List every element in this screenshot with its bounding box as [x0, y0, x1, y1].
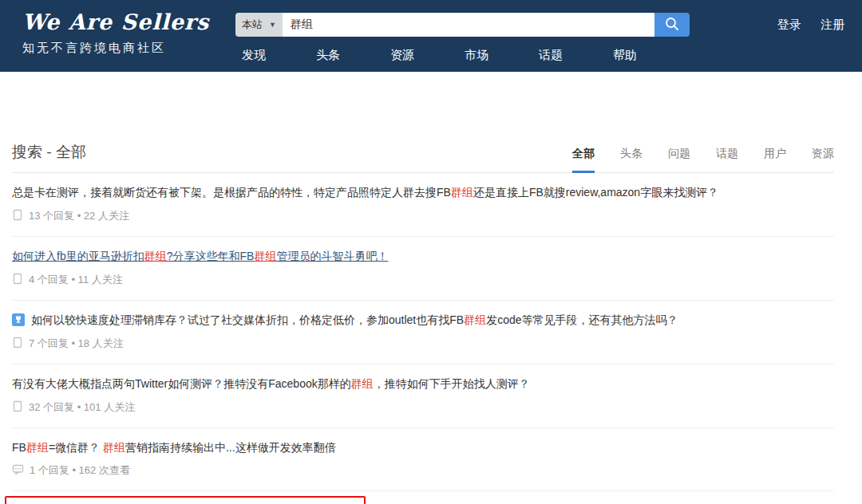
highlighted-keyword: 群组 — [103, 441, 125, 454]
result-title-line: 有没有大佬大概指点两句Twitter如何测评？推特没有Facebook那样的群组… — [12, 376, 834, 392]
search-results-page: 搜索 - 全部 全部 头条 问题 话题 用户 资源 总是卡在测评，接着就断货还有… — [12, 142, 834, 504]
search-button[interactable] — [654, 13, 690, 37]
tab-resources[interactable]: 资源 — [812, 147, 834, 173]
search-scope-value: 本站 — [242, 18, 263, 32]
document-icon — [12, 337, 23, 351]
highlighted-keyword: 群组 — [26, 441, 49, 454]
result-meta-text: 32 个回复 • 101 人关注 — [29, 400, 135, 415]
search-input[interactable] — [283, 13, 654, 37]
result-title-line: 如何以较快速度处理滞销库存？试过了社交媒体折扣，价格定低价，参加outlet也有… — [12, 313, 834, 328]
logo-subtitle: 知无不言跨境电商社区 — [22, 41, 209, 56]
logo-title: We Are Sellers — [22, 10, 209, 34]
tab-headlines[interactable]: 头条 — [620, 147, 643, 173]
site-header: We Are Sellers 知无不言跨境电商社区 本站 ▼ 登录 注册 发现 … — [0, 0, 862, 72]
results-header: 搜索 - 全部 全部 头条 问题 话题 用户 资源 — [12, 142, 834, 173]
document-icon — [12, 400, 23, 415]
result-title[interactable]: 有没有大佬大概指点两句Twitter如何测评？推特没有Facebook那样的群组… — [12, 376, 530, 392]
result-meta: 1 个回复 • 162 次查看 — [12, 463, 834, 478]
nav-item-headlines[interactable]: 头条 — [310, 46, 346, 65]
register-link[interactable]: 注册 — [820, 18, 844, 31]
nav-item-help[interactable]: 帮助 — [607, 46, 643, 65]
result-title-line: 如何进入fb里的亚马逊折扣群组?分享这些年和FB群组管理员的斗智斗勇吧！ — [12, 249, 834, 264]
highlighted-keyword: 群组 — [351, 377, 374, 390]
search-bar: 本站 ▼ — [235, 13, 690, 37]
auth-links: 登录 注册 — [761, 18, 844, 33]
red-annotation-box: 运营干货||免费分享一万个真实测评人联系方式和200个美国FB折扣群组783 个… — [5, 496, 366, 504]
tab-all[interactable]: 全部 — [572, 147, 595, 173]
result-title[interactable]: 总是卡在测评，接着就断货还有被下架。是根据产品的特性，特定产品照特定人群去搜FB… — [12, 185, 718, 200]
tab-questions[interactable]: 问题 — [668, 147, 690, 173]
nav-item-market[interactable]: 市场 — [458, 46, 495, 65]
page-title: 搜索 - 全部 — [12, 142, 86, 163]
result-meta-text: 13 个回复 • 22 人关注 — [29, 209, 129, 223]
highlighted-keyword: 群组 — [144, 250, 167, 262]
result-meta-text: 7 个回复 • 18 人关注 — [29, 337, 124, 351]
result-title-line: 总是卡在测评，接着就断货还有被下架。是根据产品的特性，特定产品照特定人群去搜FB… — [12, 185, 834, 200]
results-list: 总是卡在测评，接着就断货还有被下架。是根据产品的特性，特定产品照特定人群去搜FB… — [12, 173, 834, 504]
result-meta: 7 个回复 • 18 人关注 — [12, 337, 834, 351]
result-tabs: 全部 头条 问题 话题 用户 资源 — [572, 147, 834, 163]
result-row: FB群组=微信群？ 群组营销指南持续输出中...这样做开发效率翻倍1 个回复 •… — [12, 428, 834, 492]
search-scope-select[interactable]: 本站 ▼ — [235, 13, 283, 37]
result-row: 总是卡在测评，接着就断货还有被下架。是根据产品的特性，特定产品照特定人群去搜FB… — [12, 173, 834, 237]
site-logo[interactable]: We Are Sellers 知无不言跨境电商社区 — [22, 10, 209, 56]
result-title-line: FB群组=微信群？ 群组营销指南持续输出中...这样做开发效率翻倍 — [12, 440, 834, 455]
document-icon — [12, 209, 23, 223]
chevron-down-icon: ▼ — [269, 21, 276, 29]
result-row: 运营干货||免费分享一万个真实测评人联系方式和200个美国FB折扣群组783 个… — [12, 491, 834, 504]
highlighted-keyword: 群组 — [254, 250, 276, 262]
result-meta-text: 4 个回复 • 11 人关注 — [29, 273, 123, 287]
comment-icon — [12, 464, 24, 478]
document-icon — [12, 273, 23, 287]
result-meta: 13 个回复 • 22 人关注 — [12, 209, 834, 223]
highlighted-keyword: 群组 — [451, 186, 473, 199]
highlighted-keyword: 群组 — [464, 313, 486, 326]
trophy-badge-icon — [12, 313, 25, 326]
login-link[interactable]: 登录 — [777, 18, 801, 31]
tab-users[interactable]: 用户 — [764, 147, 786, 173]
nav-item-resources[interactable]: 资源 — [384, 46, 421, 65]
result-meta: 32 个回复 • 101 人关注 — [12, 400, 834, 415]
nav-item-topics[interactable]: 话题 — [532, 46, 569, 65]
search-icon — [664, 16, 680, 34]
result-title[interactable]: FB群组=微信群？ 群组营销指南持续输出中...这样做开发效率翻倍 — [12, 440, 336, 455]
result-title[interactable]: 如何以较快速度处理滞销库存？试过了社交媒体折扣，价格定低价，参加outlet也有… — [31, 313, 678, 328]
nav-item-discover[interactable]: 发现 — [235, 46, 272, 65]
main-nav: 发现 头条 资源 市场 话题 帮助 — [235, 46, 643, 65]
result-row: 有没有大佬大概指点两句Twitter如何测评？推特没有Facebook那样的群组… — [12, 364, 834, 428]
result-title-link[interactable]: 如何进入fb里的亚马逊折扣群组?分享这些年和FB群组管理员的斗智斗勇吧！ — [12, 249, 388, 264]
result-row: 如何进入fb里的亚马逊折扣群组?分享这些年和FB群组管理员的斗智斗勇吧！4 个回… — [12, 237, 834, 301]
result-meta: 4 个回复 • 11 人关注 — [12, 273, 834, 287]
result-meta-text: 1 个回复 • 162 次查看 — [30, 463, 130, 478]
tab-topics[interactable]: 话题 — [716, 147, 738, 173]
result-row: 如何以较快速度处理滞销库存？试过了社交媒体折扣，价格定低价，参加outlet也有… — [12, 301, 834, 364]
